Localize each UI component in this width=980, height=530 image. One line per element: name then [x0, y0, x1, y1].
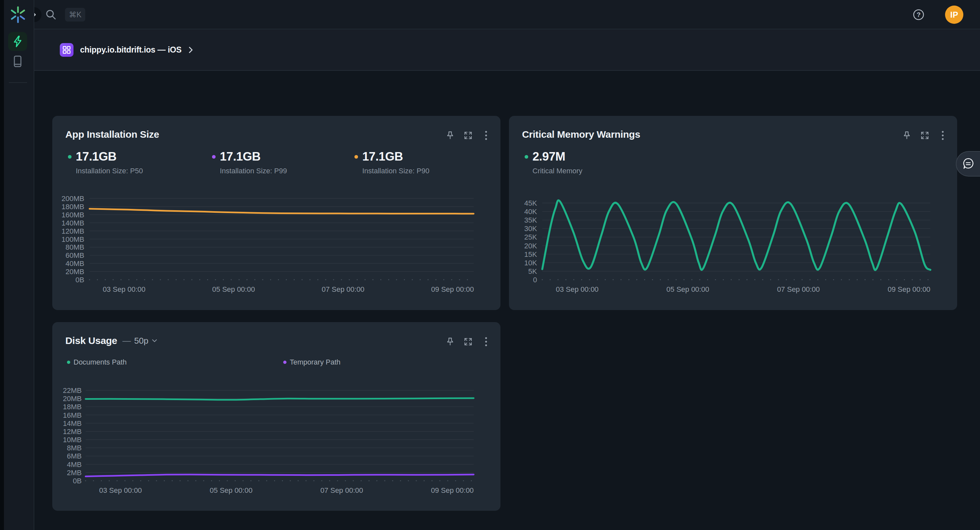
- pin-icon[interactable]: [900, 129, 913, 142]
- svg-text:35K: 35K: [524, 216, 537, 224]
- svg-text:07 Sep 00:00: 07 Sep 00:00: [320, 486, 363, 494]
- lightning-bolt-icon: [12, 35, 23, 48]
- svg-text:14MB: 14MB: [63, 419, 82, 427]
- percentile-selector[interactable]: — 50p: [123, 336, 158, 346]
- svg-text:03 Sep 00:00: 03 Sep 00:00: [103, 285, 145, 294]
- window-edge: [0, 0, 4, 530]
- chevron-down-icon: [151, 339, 158, 343]
- global-search[interactable]: ⌘K: [45, 0, 85, 29]
- legend-temporary-path[interactable]: Temporary Path: [283, 358, 340, 367]
- svg-text:05 Sep 00:00: 05 Sep 00:00: [667, 285, 709, 294]
- chevron-right-icon[interactable]: [188, 46, 193, 54]
- svg-text:100MB: 100MB: [61, 235, 84, 243]
- stat-p50: 17.1GB Installation Size: P50: [68, 150, 143, 175]
- kebab-menu-icon[interactable]: [936, 129, 949, 142]
- svg-text:07 Sep 00:00: 07 Sep 00:00: [322, 285, 364, 294]
- svg-text:20MB: 20MB: [63, 395, 82, 403]
- svg-text:0B: 0B: [75, 276, 84, 284]
- svg-text:09 Sep 00:00: 09 Sep 00:00: [431, 486, 474, 494]
- kebab-menu-icon[interactable]: [480, 129, 493, 142]
- expand-icon[interactable]: [461, 129, 475, 142]
- app-title[interactable]: chippy.io.bitdrift.ios — iOS: [80, 45, 181, 54]
- stat-dot: [525, 155, 528, 159]
- svg-text:200MB: 200MB: [61, 195, 84, 203]
- kebab-menu-icon[interactable]: [480, 335, 493, 348]
- svg-text:05 Sep 00:00: 05 Sep 00:00: [212, 285, 255, 294]
- app-grid-icon: [60, 43, 73, 57]
- app-installation-size-chart: 200MB180MB160MB140MB120MB100MB80MB60MB40…: [52, 194, 500, 302]
- sidebar: [0, 0, 34, 530]
- svg-text:40K: 40K: [524, 208, 537, 216]
- mobile-phone-icon: [13, 55, 22, 68]
- svg-text:25K: 25K: [524, 233, 537, 241]
- sidebar-divider: [9, 82, 27, 83]
- pin-icon[interactable]: [444, 129, 457, 142]
- svg-text:03 Sep 00:00: 03 Sep 00:00: [556, 285, 598, 294]
- card-title: App Installation Size: [65, 129, 159, 140]
- legend-documents-path[interactable]: Documents Path: [67, 358, 127, 367]
- sidebar-item-insights[interactable]: [8, 32, 27, 51]
- stat-dot: [68, 155, 72, 159]
- svg-text:09 Sep 00:00: 09 Sep 00:00: [888, 285, 930, 294]
- svg-text:15K: 15K: [524, 250, 537, 259]
- expand-icon[interactable]: [461, 335, 475, 348]
- bitdrift-logo-icon: [9, 6, 27, 24]
- svg-text:?: ?: [916, 11, 921, 18]
- pin-icon[interactable]: [444, 335, 457, 348]
- svg-text:20MB: 20MB: [66, 268, 84, 276]
- disk-usage-chart: 22MB20MB18MB16MB14MB12MB10MB8MB6MB4MB2MB…: [52, 385, 500, 498]
- breadcrumb: chippy.io.bitdrift.ios — iOS: [34, 29, 980, 71]
- feedback-chat-widget[interactable]: [956, 151, 980, 176]
- svg-text:22MB: 22MB: [63, 386, 82, 395]
- svg-text:140MB: 140MB: [61, 219, 84, 227]
- svg-text:40MB: 40MB: [66, 259, 84, 268]
- svg-text:09 Sep 00:00: 09 Sep 00:00: [431, 285, 474, 294]
- card-title: Disk Usage: [65, 335, 117, 346]
- svg-text:2MB: 2MB: [67, 469, 82, 477]
- svg-text:80MB: 80MB: [66, 243, 84, 251]
- svg-text:30K: 30K: [524, 225, 537, 233]
- svg-text:5K: 5K: [528, 267, 537, 275]
- svg-text:0B: 0B: [73, 477, 82, 485]
- svg-text:05 Sep 00:00: 05 Sep 00:00: [210, 486, 253, 494]
- svg-text:160MB: 160MB: [61, 211, 84, 219]
- search-shortcut-hint: ⌘K: [65, 8, 85, 22]
- svg-text:8MB: 8MB: [67, 444, 82, 452]
- sidebar-item-devices[interactable]: [8, 52, 27, 71]
- help-button[interactable]: ?: [912, 8, 926, 22]
- bitdrift-logo[interactable]: [8, 5, 27, 24]
- svg-text:10MB: 10MB: [63, 436, 82, 444]
- card-app-installation-size: App Installation Size 17.1GB Insta: [52, 116, 500, 310]
- svg-text:07 Sep 00:00: 07 Sep 00:00: [777, 285, 820, 294]
- svg-text:03 Sep 00:00: 03 Sep 00:00: [99, 486, 142, 494]
- stat-critical-memory: 2.97M Critical Memory: [525, 150, 582, 175]
- card-title: Critical Memory Warnings: [522, 129, 640, 140]
- svg-text:12MB: 12MB: [63, 427, 82, 436]
- search-icon: [45, 9, 57, 20]
- card-disk-usage: Disk Usage — 50p: [52, 322, 500, 511]
- stat-dot: [212, 155, 216, 159]
- svg-text:120MB: 120MB: [61, 227, 84, 235]
- card-critical-memory-warnings: Critical Memory Warnings 2.97M Cri: [509, 116, 957, 310]
- user-avatar[interactable]: IP: [945, 6, 963, 24]
- topbar: ⌘K ? IP: [34, 0, 980, 29]
- svg-text:20K: 20K: [524, 242, 537, 250]
- stat-dot: [355, 155, 358, 159]
- svg-text:45K: 45K: [524, 199, 537, 207]
- expand-icon[interactable]: [918, 129, 931, 142]
- tab-bar: Pinned Health UX Resources Network last …: [34, 71, 980, 113]
- svg-text:4MB: 4MB: [67, 460, 82, 469]
- svg-text:180MB: 180MB: [61, 203, 84, 211]
- svg-text:0: 0: [533, 276, 537, 284]
- stat-p99: 17.1GB Installation Size: P99: [212, 150, 287, 175]
- svg-text:10K: 10K: [524, 259, 537, 267]
- speech-bubble-icon: [961, 157, 975, 171]
- critical-memory-warnings-chart: 45K40K35K30K25K20K15K10K5K003 Sep 00:000…: [509, 194, 957, 302]
- svg-text:6MB: 6MB: [67, 452, 82, 460]
- svg-text:16MB: 16MB: [63, 411, 82, 419]
- stat-p90: 17.1GB Installation Size: P90: [355, 150, 429, 175]
- svg-text:60MB: 60MB: [66, 251, 84, 259]
- svg-text:18MB: 18MB: [63, 403, 82, 411]
